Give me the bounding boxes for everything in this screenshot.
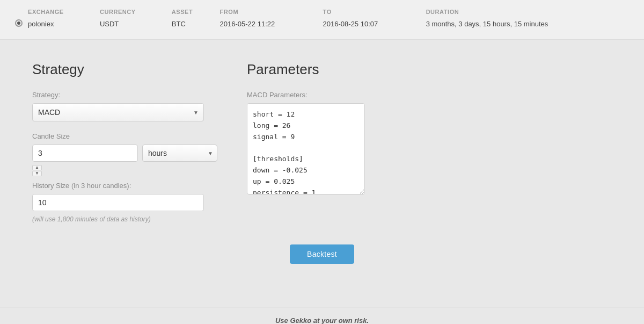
row-asset: BTC [167,17,216,31]
row-radio-cell[interactable] [11,17,24,31]
row-from: 2016-05-22 11:22 [216,17,319,31]
history-size-label: History Size (in 3 hour candles): [32,182,204,190]
macd-params-label: MACD Parameters: [247,91,365,99]
col-header-duration: DURATION [422,6,633,17]
strategy-field-label: Strategy: [32,91,204,99]
button-row: Backtest [32,244,612,264]
stepper-up-button[interactable]: ▲ [32,165,42,170]
strategy-select[interactable]: MACD RSI DEMA PPO UO [32,103,204,121]
row-exchange: poloniex [24,17,96,31]
col-header-asset: ASSET [167,6,216,17]
candle-unit-select[interactable]: minutes hours days [142,145,217,162]
parameters-section: Parameters MACD Parameters: short = 12 l… [247,61,365,223]
strategy-select-wrapper: MACD RSI DEMA PPO UO ▼ [32,103,204,121]
table-row[interactable]: poloniex USDT BTC 2016-05-22 11:22 2016-… [11,17,633,31]
history-size-input[interactable] [32,194,204,211]
strategy-section: Strategy Strategy: MACD RSI DEMA PPO UO … [32,61,204,223]
parameters-title: Parameters [247,61,365,78]
stepper-area: ▲ ▼ [32,165,204,176]
unit-select-wrapper: minutes hours days ▼ [142,145,217,162]
backtest-button[interactable]: Backtest [290,244,354,264]
params-textarea[interactable]: short = 12 long = 26 signal = 9 [thresho… [247,103,365,195]
data-table-wrapper: EXCHANGE CURRENCY ASSET FROM TO DURATION… [0,0,644,40]
footer: Use Gekko at your own risk. [0,307,644,324]
row-currency: USDT [96,17,167,31]
col-header-from: FROM [216,6,319,17]
col-header-radio [11,6,24,17]
strategy-title: Strategy [32,61,204,78]
col-header-to: TO [319,6,422,17]
footer-text: Use Gekko at your own risk. [275,316,369,324]
stepper-down-button[interactable]: ▼ [32,171,42,176]
data-table: EXCHANGE CURRENCY ASSET FROM TO DURATION… [11,6,633,31]
col-header-currency: CURRENCY [96,6,167,17]
row-duration: 3 months, 3 days, 15 hours, 15 minutes [422,17,633,31]
two-col-layout: Strategy Strategy: MACD RSI DEMA PPO UO … [32,61,612,223]
radio-selected-icon [15,19,23,27]
page-wrapper: EXCHANGE CURRENCY ASSET FROM TO DURATION… [0,0,644,324]
stepper-buttons: ▲ ▼ [32,165,204,176]
col-header-exchange: EXCHANGE [24,6,96,17]
candle-size-label: Candle Size [32,132,204,140]
candle-size-row: minutes hours days ▼ [32,145,204,162]
main-content: Strategy Strategy: MACD RSI DEMA PPO UO … [0,40,644,307]
candle-size-input[interactable] [32,145,138,162]
history-hint-text: (will use 1,800 minutes of data as histo… [32,215,204,223]
row-to: 2016-08-25 10:07 [319,17,422,31]
